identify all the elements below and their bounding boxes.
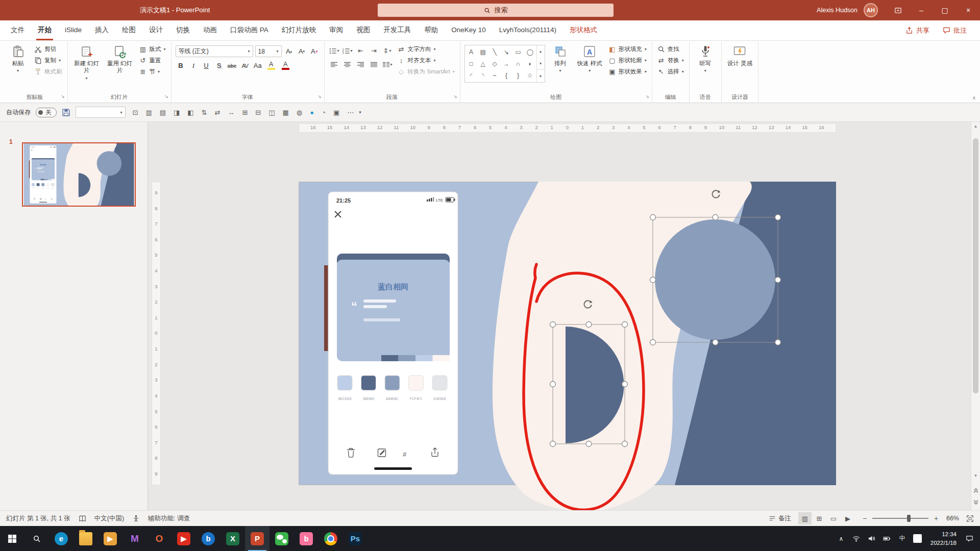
highlight-color-button[interactable]: A xyxy=(265,61,277,70)
qat-tool-17[interactable]: ⋯ xyxy=(347,109,354,116)
slides-dialog-launcher-icon[interactable] xyxy=(163,93,170,100)
selection-handle[interactable] xyxy=(550,382,556,387)
color-swatch[interactable] xyxy=(432,375,447,390)
circle-shape[interactable] xyxy=(655,219,775,340)
taskbar-app-office-app[interactable]: O xyxy=(147,526,172,551)
accessibility-status[interactable]: 辅助功能: 调查 xyxy=(148,514,190,523)
tab-LvyhTools(201114)[interactable]: LvyhTools(201114) xyxy=(493,20,563,40)
reading-view-button[interactable]: ▭ xyxy=(827,512,840,524)
taskbar-clock[interactable]: 12:34 2022/1/18 xyxy=(925,530,962,546)
font-color-button[interactable]: A xyxy=(279,61,291,70)
clear-formatting-button[interactable]: A xyxy=(309,46,320,57)
taskbar-app-chrome[interactable] xyxy=(318,526,343,551)
qat-tool-12[interactable]: ▦ xyxy=(283,109,289,116)
font-size-select[interactable]: 18 xyxy=(255,45,282,57)
text-shadow-button[interactable]: S xyxy=(214,60,225,71)
numbering-button[interactable] xyxy=(342,45,353,56)
tab-绘图[interactable]: 绘图 xyxy=(115,20,142,40)
slideshow-view-button[interactable]: ▶ xyxy=(841,512,854,524)
previous-slide-button[interactable] xyxy=(973,488,979,493)
user-name[interactable]: Alexis Hudson xyxy=(817,7,857,14)
taskbar-app-wechat[interactable] xyxy=(270,526,294,551)
ime-language-button[interactable]: 中 xyxy=(895,526,910,551)
action-center-button[interactable] xyxy=(962,526,977,551)
tab-口袋动画 PA[interactable]: 口袋动画 PA xyxy=(224,20,275,40)
shape-option[interactable]: } xyxy=(514,71,522,80)
cut-button[interactable]: 剪切 xyxy=(33,45,63,54)
taskbar-app-bilibili[interactable]: b xyxy=(294,526,318,551)
drawing-dialog-launcher-icon[interactable] xyxy=(644,93,651,100)
network-button[interactable] xyxy=(849,526,864,551)
shape-effects-button[interactable]: ▣形状效果 xyxy=(607,67,648,76)
comments-button[interactable]: 批注 xyxy=(937,26,973,35)
tab-文件[interactable]: 文件 xyxy=(4,20,31,40)
taskbar-app-youtube[interactable]: ▶ xyxy=(172,526,196,551)
qat-tool-11[interactable]: ◫ xyxy=(268,109,275,116)
taskbar-search-button[interactable] xyxy=(24,526,49,551)
tab-审阅[interactable]: 审阅 xyxy=(323,20,350,40)
taskbar-app-photoshop[interactable]: Ps xyxy=(343,526,368,551)
color-swatch[interactable] xyxy=(337,375,352,390)
selection-handle[interactable] xyxy=(650,215,656,220)
align-right-button[interactable] xyxy=(355,59,366,70)
columns-button[interactable] xyxy=(382,59,393,70)
slide-1-thumbnail[interactable] xyxy=(22,142,136,207)
text-direction-button[interactable]: ⇄文字方向 xyxy=(397,45,456,54)
qat-dropdown[interactable] xyxy=(76,107,126,118)
tab-帮助[interactable]: 帮助 xyxy=(418,20,445,40)
align-center-button[interactable] xyxy=(342,59,353,70)
shape-option[interactable]: ╲ xyxy=(491,47,499,57)
selection-handle[interactable] xyxy=(775,215,781,220)
shape-option[interactable]: □ xyxy=(468,59,475,68)
selection-handle[interactable] xyxy=(586,441,592,447)
decrease-indent-button[interactable]: ⇤ xyxy=(355,45,366,56)
change-case-button[interactable]: Aa xyxy=(252,60,263,71)
color-swatch[interactable] xyxy=(385,375,400,390)
selection-handle[interactable] xyxy=(622,382,628,387)
color-swatch[interactable] xyxy=(361,375,376,390)
selection-handle[interactable] xyxy=(775,277,781,283)
tab-设计[interactable]: 设计 xyxy=(142,20,169,40)
shape-option[interactable]: ↘ xyxy=(503,47,510,57)
quick-styles-button[interactable]: 快速 样式 xyxy=(576,43,604,73)
tab-插入[interactable]: 插入 xyxy=(88,20,115,40)
font-family-select[interactable]: 等线 (正文) xyxy=(176,45,253,57)
selection-handle[interactable] xyxy=(775,340,781,345)
increase-indent-button[interactable]: ⇥ xyxy=(369,45,380,56)
format-painter-button[interactable]: 格式刷 xyxy=(33,67,63,76)
scroll-up-button[interactable]: ▲ xyxy=(974,122,978,131)
start-button[interactable] xyxy=(0,526,24,551)
tab-形状格式[interactable]: 形状格式 xyxy=(563,20,604,40)
tray-expand-button[interactable]: ∧ xyxy=(834,526,849,551)
section-button[interactable]: ≣节 xyxy=(138,67,167,76)
next-slide-button[interactable] xyxy=(973,499,979,505)
qat-tool-1[interactable]: ⊡ xyxy=(133,109,138,116)
zoom-slider-thumb[interactable] xyxy=(907,515,911,522)
select-button[interactable]: ↖选择 xyxy=(656,67,685,76)
ribbon-display-options-button[interactable] xyxy=(886,0,910,20)
accessibility-button[interactable] xyxy=(132,515,140,522)
maximize-button[interactable]: ▢ xyxy=(933,0,957,20)
replace-button[interactable]: ⇄替换 xyxy=(656,56,685,65)
layout-button[interactable]: ▥版式 xyxy=(138,45,167,54)
palette-card[interactable]: 蓝白相间 “ xyxy=(337,254,450,361)
arrange-button[interactable]: 排列 xyxy=(549,43,572,73)
tab-开始[interactable]: 开始 xyxy=(31,20,58,40)
search-box[interactable]: 搜索 xyxy=(378,4,614,17)
paste-button[interactable]: 粘贴 xyxy=(6,43,30,73)
shape-option[interactable]: → xyxy=(503,59,510,68)
qat-tool-15[interactable]: ◔ xyxy=(322,109,326,116)
tab-视图[interactable]: 视图 xyxy=(350,20,377,40)
qat-tool-10[interactable]: ⊟ xyxy=(255,109,261,116)
scrollbar-thumb[interactable] xyxy=(973,138,978,393)
taskbar-app-mail-app[interactable]: M xyxy=(122,526,147,551)
shape-option[interactable]: △ xyxy=(479,59,487,68)
qat-tool-4[interactable]: ◨ xyxy=(174,109,180,116)
qat-tool-3[interactable]: ▤ xyxy=(160,109,166,116)
dictate-button[interactable]: 听写 xyxy=(694,43,717,73)
close-button[interactable]: × xyxy=(957,0,980,20)
strikethrough-button[interactable]: abc xyxy=(227,60,238,71)
shape-fill-button[interactable]: ◧形状填充 xyxy=(607,45,648,54)
volume-button[interactable] xyxy=(864,526,879,551)
new-slide-button[interactable]: 新建 幻灯片 xyxy=(72,43,102,81)
